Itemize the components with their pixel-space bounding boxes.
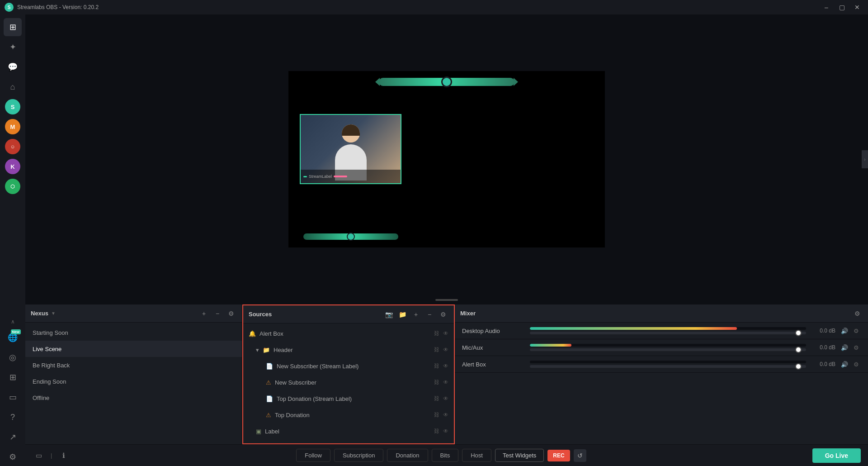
sidebar-item-k[interactable]: K [4, 157, 22, 176]
sidebar-item-music[interactable]: S [4, 98, 22, 116]
alert-box-controls[interactable]: 🔊 ⚙ [840, 360, 861, 369]
mixer-channel-mic: Mic/Aux 0.0 dB 🔊 ⚙ [455, 339, 868, 356]
source-item-header[interactable]: ▾ 📁 Header ⛓ 👁 [243, 342, 454, 358]
desktop-audio-controls[interactable]: 🔊 ⚙ [840, 326, 861, 335]
scenes-remove-button[interactable]: − [212, 308, 223, 319]
source-actions-header[interactable]: ⛓ 👁 [434, 347, 448, 353]
go-live-button[interactable]: Go Live [812, 448, 861, 463]
source-actions-top-donation-label[interactable]: ⛓ 👁 [434, 395, 448, 402]
k-avatar: K [5, 159, 20, 174]
source-link-icon-6[interactable]: ⛓ [434, 412, 439, 418]
follow-tab-button[interactable]: Follow [296, 449, 330, 462]
source-item-alert-box[interactable]: 🔔 Alert Box ⛓ 👁 [243, 325, 454, 342]
reset-button[interactable]: ↺ [574, 449, 586, 462]
desktop-audio-mute-button[interactable]: 🔊 [840, 326, 849, 335]
mixer-settings-button[interactable]: ⚙ [852, 308, 863, 319]
desktop-audio-slider[interactable] [530, 332, 806, 334]
sidebar-item-editor[interactable]: ✦ [4, 38, 22, 56]
titlebar-controls[interactable]: – ▢ ✕ [820, 3, 863, 12]
source-item-top-donation[interactable]: ⚠ Top Donation ⛓ 👁 [243, 407, 454, 423]
source-actions-new-sub[interactable]: ⛓ 👁 [434, 379, 448, 385]
info-button[interactable]: ℹ [57, 449, 70, 462]
subscription-tab-button[interactable]: Subscription [334, 449, 384, 462]
scene-item-ending-soon[interactable]: Ending Soon [25, 373, 242, 390]
source-link-icon-2[interactable]: ⛓ [434, 347, 439, 353]
statusbar-right[interactable]: Go Live [812, 448, 861, 463]
sidebar-item-chart[interactable]: ▭ [4, 388, 22, 406]
maximize-button[interactable]: ▢ [835, 3, 848, 12]
source-link-icon-3[interactable]: ⛓ [434, 363, 439, 369]
test-widgets-button[interactable]: Test Widgets [495, 449, 544, 462]
titlebar-title: Streamlabs OBS - Version: 0.20.2 [17, 4, 99, 10]
stats-button[interactable]: ▭ [33, 449, 45, 462]
source-item-new-sub-label[interactable]: 📄 New Subscriber (Stream Label) ⛓ 👁 [243, 358, 454, 374]
scenes-header-right[interactable]: + − ⚙ [198, 308, 236, 319]
source-item-label[interactable]: ▣ Label ⛓ 👁 [243, 423, 454, 439]
source-item-top-donation-label[interactable]: 📄 Top Donation (Stream Label) ⛓ 👁 [243, 390, 454, 407]
sidebar-item-world[interactable]: 🌐 New [4, 328, 22, 347]
source-visibility-icon-5[interactable]: 👁 [443, 395, 448, 402]
sidebar-item-m[interactable]: M [4, 118, 22, 136]
source-actions-alert-box[interactable]: ⛓ 👁 [434, 330, 448, 337]
sidebar-item-chat[interactable]: 💬 [4, 58, 22, 76]
sidebar-item-help[interactable]: ? [4, 408, 22, 426]
source-actions-label[interactable]: ⛓ 👁 [434, 428, 448, 434]
rec-button[interactable]: REC [547, 450, 570, 461]
source-visibility-icon-7[interactable]: 👁 [443, 428, 448, 434]
sidebar-item-community[interactable]: ◎ [4, 348, 22, 366]
mic-aux-mute-button[interactable]: 🔊 [840, 343, 849, 352]
sources-remove-button[interactable]: − [424, 309, 435, 320]
source-link-icon-5[interactable]: ⛓ [434, 395, 439, 402]
source-visibility-icon-4[interactable]: 👁 [443, 379, 448, 385]
statusbar-left[interactable]: ▭ | ℹ [33, 449, 70, 462]
source-visibility-icon-3[interactable]: 👁 [443, 363, 448, 369]
source-actions-new-sub-label[interactable]: ⛓ 👁 [434, 363, 448, 369]
source-link-icon-7[interactable]: ⛓ [434, 428, 439, 434]
source-visibility-icon[interactable]: 👁 [443, 330, 448, 337]
sidebar-item-face[interactable]: ☺ [4, 138, 22, 156]
preview-expand-button[interactable]: › [862, 150, 868, 168]
sidebar-item-dashboard[interactable]: ⌂ [4, 78, 22, 96]
desktop-audio-settings-button[interactable]: ⚙ [852, 326, 861, 335]
alert-box-slider[interactable] [530, 365, 806, 368]
sources-add-button[interactable]: + [410, 309, 421, 320]
source-link-icon-4[interactable]: ⛓ [434, 379, 439, 385]
source-visibility-icon-2[interactable]: 👁 [443, 347, 448, 353]
sidebar-expand-chevron[interactable]: ∧ [11, 319, 15, 325]
source-actions-top-donation[interactable]: ⛓ 👁 [434, 412, 448, 418]
alert-box-mute-button[interactable]: 🔊 [840, 360, 849, 369]
source-link-icon[interactable]: ⛓ [434, 330, 439, 337]
mic-aux-settings-button[interactable]: ⚙ [852, 343, 861, 352]
scene-item-starting-soon[interactable]: Starting Soon [25, 324, 242, 341]
bits-tab-button[interactable]: Bits [432, 449, 459, 462]
mixer-header-right[interactable]: ⚙ [852, 308, 863, 319]
host-tab-button[interactable]: Host [462, 449, 491, 462]
statusbar-center[interactable]: Follow Subscription Donation Bits Host T… [296, 449, 586, 462]
mic-aux-slider[interactable] [530, 348, 806, 351]
scenes-add-button[interactable]: + [198, 308, 209, 319]
scene-item-offline[interactable]: Offline [25, 390, 242, 406]
sidebar-item-settings[interactable]: ⚙ [4, 448, 22, 466]
person-hair [342, 124, 360, 136]
sources-camera-button[interactable]: 📷 [383, 309, 394, 320]
sources-folder-button[interactable]: 📁 [397, 309, 408, 320]
mic-aux-controls[interactable]: 🔊 ⚙ [840, 343, 861, 352]
sidebar-item-scene-switcher[interactable]: ⊞ [4, 18, 22, 36]
sources-settings-button[interactable]: ⚙ [438, 309, 448, 320]
scene-item-live-scene[interactable]: Live Scene [25, 341, 242, 357]
minimize-button[interactable]: – [820, 3, 833, 12]
sidebar-item-share[interactable]: ↗ [4, 428, 22, 446]
scene-item-be-right-back[interactable]: Be Right Back [25, 357, 242, 373]
source-visibility-icon-6[interactable]: 👁 [443, 412, 448, 418]
donation-tab-button[interactable]: Donation [387, 449, 428, 462]
sources-header-right[interactable]: 📷 📁 + − ⚙ [383, 309, 448, 320]
scenes-panel: Nexus ▼ + − ⚙ Starting Soon Live Scene B… [25, 304, 242, 444]
source-item-new-sub[interactable]: ⚠ New Subscriber ⛓ 👁 [243, 374, 454, 390]
close-button[interactable]: ✕ [851, 3, 863, 12]
scenes-settings-button[interactable]: ⚙ [226, 308, 236, 319]
scenes-panel-chevron[interactable]: ▼ [51, 311, 56, 316]
sidebar-item-plugin[interactable]: ⬡ [4, 177, 22, 195]
alert-box-settings-button[interactable]: ⚙ [852, 360, 861, 369]
drag-handle[interactable] [435, 299, 458, 301]
sidebar-item-grid[interactable]: ⊞ [4, 368, 22, 386]
